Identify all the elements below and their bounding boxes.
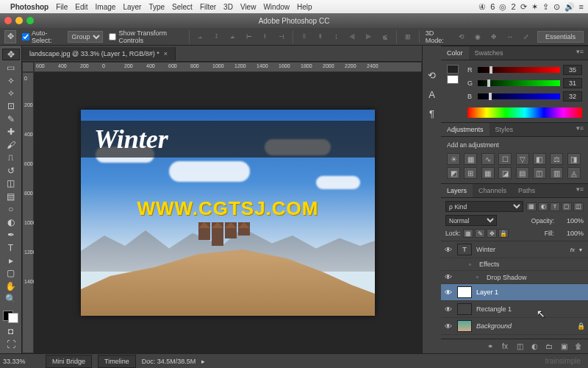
filter-type-icon[interactable]: T [550,202,560,211]
visibility-toggle[interactable]: 👁 [444,322,453,330]
vibrance-adj-icon[interactable]: ▽ [516,153,529,165]
winter-text-layer[interactable]: Winter [94,124,168,155]
menu-filter[interactable]: Filter [200,3,216,11]
move-tool[interactable]: ✥ [2,49,20,60]
new-adjustment-icon[interactable]: ◐ [529,342,539,352]
character-panel-icon[interactable]: A [425,87,440,102]
posterize-adj-icon[interactable]: ▤ [516,167,529,179]
g-input[interactable] [563,78,582,88]
brush-tool[interactable]: 🖌 [2,138,20,150]
bw-adj-icon[interactable]: ◨ [567,153,581,165]
background-color-swatch[interactable] [8,313,18,323]
visibility-toggle[interactable]: 👁 [444,289,453,297]
tab-swatches[interactable]: Swatches [469,46,509,60]
dodge-tool[interactable]: ◐ [2,216,20,227]
menu-file[interactable]: File [56,3,68,11]
distribute-icon[interactable]: ⫹ [380,31,390,43]
crop-tool[interactable]: ⊡ [2,100,20,112]
tab-layers[interactable]: Layers [441,184,473,197]
layer-row-drop-shadow[interactable]: 👁 ◦ Drop Shadow [441,271,588,284]
auto-select-option[interactable]: Auto-Select: [22,29,62,44]
timeline-tab[interactable]: Timeline [98,355,136,368]
fx-twirl-icon[interactable]: ◦ [469,261,475,268]
layer-mask-icon[interactable]: ◫ [514,342,525,352]
menu-image[interactable]: Image [96,3,116,11]
menu-type[interactable]: Type [148,3,165,11]
distribute-icon[interactable]: ⫵ [315,31,326,43]
g-slider[interactable] [478,80,560,86]
color-picker-swatches[interactable] [0,311,21,325]
filter-pixel-icon[interactable]: ▦ [526,202,537,211]
type-tool[interactable]: T [2,241,20,253]
brightness-adj-icon[interactable]: ☀ [447,153,460,165]
blend-mode-dropdown[interactable]: Normal [445,215,497,226]
close-tab-icon[interactable]: × [164,50,168,57]
layer-row-effects[interactable]: ◦ Effects [441,258,588,271]
b-input[interactable] [563,91,582,102]
minimize-window-button[interactable] [15,17,23,24]
filter-adj-icon[interactable]: ◐ [538,202,548,211]
eraser-tool[interactable]: ◫ [2,177,20,189]
3d-slide-icon[interactable]: ↔ [505,31,515,43]
status-icon[interactable]: ④ [478,2,486,12]
new-layer-icon[interactable]: ▣ [559,342,569,352]
status-icon[interactable]: ≡ [579,2,584,11]
menu-layer[interactable]: Layer [123,3,141,11]
spectrum-ramp[interactable] [467,107,582,118]
lock-all-icon[interactable]: 🔒 [498,229,509,238]
status-icon[interactable]: ⊙ [553,2,560,12]
status-icon[interactable]: ⟳ [520,2,527,12]
eyedropper-tool[interactable]: ✎ [2,113,20,124]
pen-tool[interactable]: ✒ [2,229,20,241]
layer-style-icon[interactable]: fx [500,342,510,352]
mini-bridge-tab[interactable]: Mini Bridge [46,355,92,368]
color-balance-adj-icon[interactable]: ⚖ [550,153,563,165]
selective-color-adj-icon[interactable]: ◬ [567,167,581,179]
visibility-toggle[interactable]: 👁 [444,273,453,281]
auto-align-icon[interactable]: ⊞ [403,31,413,43]
show-transform-option[interactable]: Show Transform Controls [109,29,182,44]
hue-adj-icon[interactable]: ◧ [533,153,546,165]
layer-thumb-text[interactable]: T [457,244,472,255]
align-top-icon[interactable]: ⫠ [196,31,206,43]
menu-view[interactable]: View [240,3,257,11]
3d-pan-icon[interactable]: ✥ [489,31,499,43]
status-icon[interactable]: ◎ [499,2,506,12]
lock-position-icon[interactable]: ✥ [487,229,497,238]
quick-mask-tool[interactable]: ◘ [2,325,20,337]
magic-wand-tool[interactable]: ✧ [2,87,20,99]
close-window-button[interactable] [4,17,12,24]
filter-smart-icon[interactable]: ◫ [573,202,584,211]
bluetooth-icon[interactable]: ✶ [531,2,538,12]
marquee-tool[interactable]: ▭ [2,61,20,73]
r-input[interactable] [563,65,582,75]
history-panel-icon[interactable]: ⟲ [425,68,440,82]
b-slider[interactable] [478,93,560,99]
status-icon[interactable]: ⇪ [542,2,549,12]
app-name[interactable]: Photoshop [10,3,49,11]
layer-row-layer1[interactable]: 👁 Layer 1 [441,284,588,301]
gradient-tool[interactable]: ▤ [2,190,20,202]
fx-twirl-icon[interactable]: ▾ [579,247,585,253]
lock-icon[interactable]: 🔒 [577,322,585,330]
curves-adj-icon[interactable]: ∿ [481,153,495,165]
history-brush-tool[interactable]: ↺ [2,164,20,176]
layer-row-rectangle1[interactable]: 👁 Rectangle 1 [441,301,588,318]
align-hcenter-icon[interactable]: ⫲ [260,31,270,43]
panel-menu-icon[interactable]: ▾≡ [572,184,588,197]
menu-edit[interactable]: Edit [75,3,87,11]
lock-transparency-icon[interactable]: ▦ [463,229,473,238]
color-swatch-pair[interactable] [447,65,463,84]
document-canvas[interactable]: Winter WWW.CGTSJ.COM [81,110,375,316]
tab-channels[interactable]: Channels [473,184,512,197]
path-selection-tool[interactable]: ▸ [2,255,20,266]
3d-rotate-icon[interactable]: ⟲ [456,31,467,43]
auto-select-checkbox[interactable] [22,33,29,40]
3d-scale-icon[interactable]: ⤢ [521,31,531,43]
zoom-window-button[interactable] [26,17,34,24]
show-transform-checkbox[interactable] [109,33,116,40]
delete-layer-icon[interactable]: 🗑 [573,342,584,352]
layer-thumb[interactable] [457,286,472,298]
screen-mode-tool[interactable]: ⛶ [2,338,20,350]
fill-value[interactable]: 100% [557,230,584,237]
